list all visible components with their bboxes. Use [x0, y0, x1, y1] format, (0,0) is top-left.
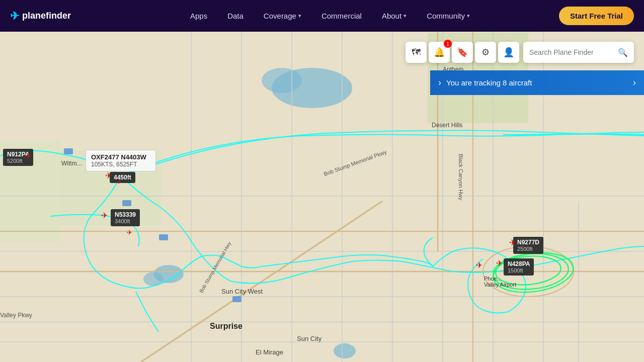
city-sun-city-label: Sun City: [297, 335, 321, 342]
nav-community-label: Community: [427, 12, 465, 20]
nav-commercial[interactable]: Commercial: [313, 8, 370, 24]
nav-data-label: Data: [227, 12, 244, 20]
aircraft-label-n53339[interactable]: N53339 3400ft: [111, 209, 140, 226]
city-surprise-label: Surprise: [210, 322, 243, 331]
valley-pkwy-label: Valley Pkwy: [0, 312, 32, 319]
tracking-close-icon[interactable]: ›: [633, 77, 636, 88]
flight-paths: [0, 0, 644, 362]
tracking-text: You are tracking 8 aircraft: [446, 78, 532, 87]
nav-links: Apps Data Coverage ▾ Commercial About ▾ …: [101, 8, 559, 24]
logo-icon: ✈: [10, 10, 19, 23]
nav-apps[interactable]: Apps: [182, 8, 215, 24]
aircraft-label-n428pa[interactable]: N428PA 1500ft: [504, 258, 534, 276]
city-desert-hills: Desert Hills: [432, 122, 462, 129]
road-black-canyon: Black Canyon Hwy: [458, 154, 464, 200]
navbar: ✈ planefinder Apps Data Coverage ▾ Comme…: [0, 0, 644, 32]
nav-apps-label: Apps: [190, 12, 207, 20]
aircraft-icon-airport2: ✈: [496, 258, 503, 268]
city-sun-city-west-label: Sun City West: [221, 288, 263, 295]
logo[interactable]: ✈ planefinder: [10, 10, 71, 23]
nav-community[interactable]: Community ▾: [419, 8, 478, 24]
nav-coverage-label: Coverage: [264, 12, 296, 20]
nav-coverage-chevron: ▾: [298, 13, 301, 19]
nav-community-chevron: ▾: [467, 13, 470, 19]
nav-about-chevron: ▾: [404, 13, 407, 19]
nav-coverage[interactable]: Coverage ▾: [256, 8, 309, 24]
nav-about[interactable]: About ▾: [374, 8, 415, 24]
map-container[interactable]: N912PA 5200ft ✈ OXF2477 N4403W 105KTS, 6…: [0, 0, 644, 362]
aircraft-label-n9277d[interactable]: N9277D 2500ft: [513, 237, 543, 254]
nav-about-label: About: [382, 12, 401, 20]
nav-commercial-label: Commercial: [321, 12, 362, 20]
aircraft-icon-n53339: ✈: [101, 211, 108, 220]
logo-text: planefinder: [22, 11, 71, 21]
aircraft-label-4450ft[interactable]: 4450ft: [110, 172, 135, 183]
aircraft-icon-oxf2477: ✈: [105, 171, 112, 180]
tracking-arrow-icon: ›: [438, 77, 441, 88]
tracking-banner[interactable]: › You are tracking 8 aircraft ›: [430, 70, 644, 95]
aircraft-popup-oxf2477[interactable]: OXF2477 N4403W 105KTS, 6525FT: [86, 150, 156, 171]
start-free-button[interactable]: Start Free Trial: [559, 7, 634, 25]
aircraft-icon-n912pa: ✈: [25, 151, 31, 161]
aircraft-icon-sub1: ✈: [117, 178, 122, 186]
aircraft-icon-airport1: ✈: [476, 260, 482, 270]
city-wittm: Wittm...: [61, 160, 82, 167]
airport-label: Phoe...Valley Airport: [484, 276, 516, 288]
nav-data[interactable]: Data: [219, 8, 252, 24]
aircraft-icon-lower: ✈: [127, 229, 132, 236]
aircraft-icon-n9277d: ✈: [509, 238, 516, 247]
city-el-mirage-label: El Mirage: [256, 348, 283, 356]
